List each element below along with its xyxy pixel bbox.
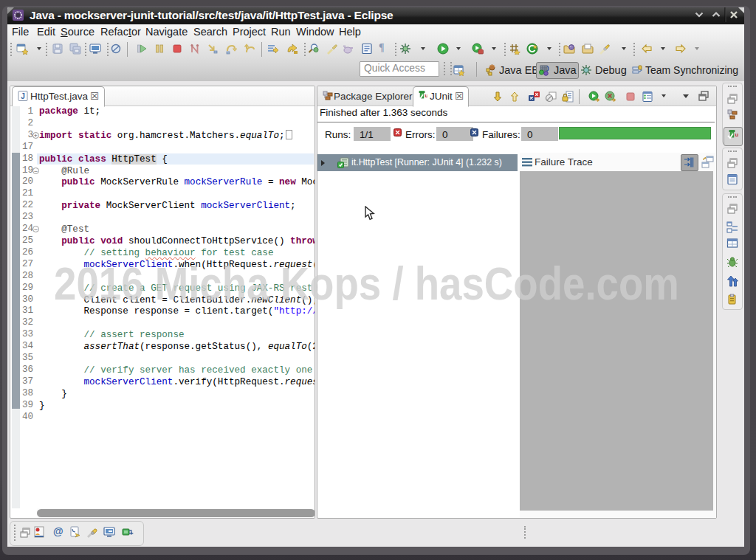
svg-text:J: J xyxy=(21,92,25,100)
svg-text:u: u xyxy=(735,131,739,138)
svg-text:u: u xyxy=(425,92,428,99)
